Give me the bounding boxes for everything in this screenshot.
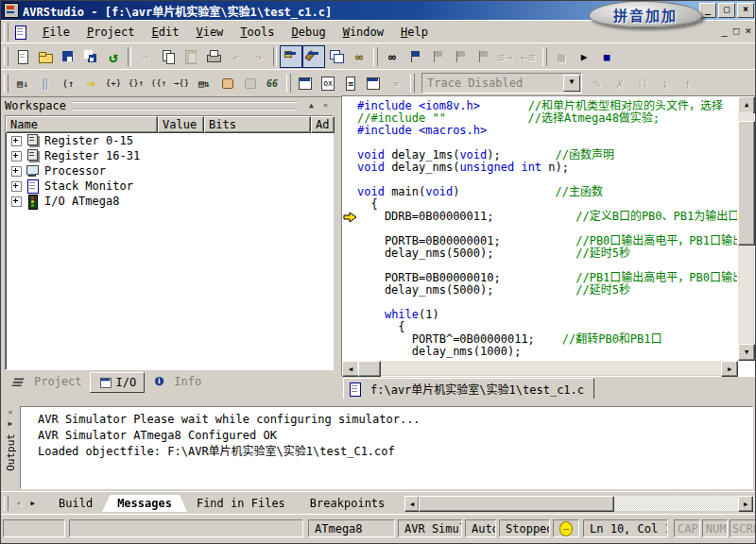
close-button[interactable]: × (737, 3, 754, 18)
trace-up-button[interactable]: ↑ (677, 72, 699, 94)
output-hscroll-thumb[interactable] (419, 496, 614, 512)
bottom-grip[interactable] (4, 496, 9, 511)
save-all-button[interactable] (79, 45, 102, 68)
set-trace-button[interactable]: ✎ (586, 72, 609, 94)
workspace-close-icon[interactable]: ✕ (319, 100, 332, 111)
vscroll-thumb[interactable] (738, 121, 755, 246)
menu-project[interactable]: Project (78, 24, 144, 41)
expand-plus-icon[interactable] (11, 151, 22, 162)
tree-row[interactable]: Processor (6, 163, 333, 178)
break-button[interactable]: ‖ (34, 72, 57, 94)
outdent-button[interactable]: ←≡ (517, 45, 540, 68)
toolbar-grip[interactable] (4, 74, 9, 93)
reset-button[interactable]: (↑ (57, 72, 79, 94)
toggle-workspace-button[interactable] (280, 45, 302, 68)
clear-bookmarks-button[interactable] (472, 45, 494, 68)
code-area[interactable]: #include <iom8v.h> //和单片机类型相对应的头文件，选择//#… (357, 100, 737, 360)
column-header-value[interactable]: Value (158, 116, 204, 133)
step-into-button[interactable]: ({↑ (147, 72, 170, 94)
hand-disabled-button[interactable] (238, 72, 261, 94)
hand-button[interactable] (215, 72, 238, 94)
step-over-button[interactable]: {+} (102, 72, 125, 94)
tree-row[interactable]: Stack Monitor (6, 178, 333, 194)
refresh-button[interactable]: ↺ (102, 45, 125, 68)
mdi-child-icon[interactable] (13, 26, 28, 39)
bottom-tab-build[interactable]: Build (49, 495, 108, 512)
paste-button[interactable] (180, 45, 202, 68)
tabs-scroll-left-icon[interactable]: ◀ (12, 497, 25, 510)
mdi-restore-button[interactable]: □ (733, 25, 740, 37)
find-in-files-button[interactable]: ∞ (348, 45, 370, 68)
save-button[interactable] (57, 45, 79, 68)
workspace-tab-info[interactable]: Info (145, 372, 209, 391)
tabs-scroll-right-icon[interactable]: ▶ (26, 497, 39, 510)
disassembler-window-button[interactable] (362, 72, 385, 94)
toggle-output-button[interactable] (302, 45, 325, 68)
bottom-tab-messages[interactable]: Messages (102, 495, 187, 512)
run-button[interactable]: ▶ (573, 45, 595, 68)
redo-button[interactable]: ↷ (248, 45, 270, 68)
watch-glasses-button[interactable]: 66 (261, 72, 284, 94)
run-out-button[interactable]: →{} (170, 72, 193, 94)
output-panel[interactable]: AVR Simulator Please wait while configur… (20, 406, 753, 489)
column-header-name[interactable]: Name (6, 116, 158, 133)
menu-window[interactable]: Window (335, 24, 392, 41)
menu-help[interactable]: Help (392, 24, 437, 41)
toolbar-grip[interactable] (542, 47, 547, 66)
editor-vscrollbar[interactable]: ▲ ▼ (738, 96, 754, 361)
toggle-trace-button[interactable]: ({ (631, 72, 654, 94)
toolbar-grip[interactable] (4, 47, 9, 66)
grid-button[interactable]: ▦ (550, 45, 573, 68)
prev-bookmark-button[interactable] (449, 45, 472, 68)
multi-step-button[interactable]: ▤⇅ (193, 72, 215, 94)
run-to-cursor-button[interactable]: ⇒ (79, 72, 102, 94)
next-bookmark-button[interactable] (426, 45, 449, 68)
code-line[interactable]: DDRB=0B00000011; //定义B口的PB0、PB1为输出口 (357, 211, 737, 223)
auto-step-button[interactable]: ▤↓ (11, 72, 34, 94)
menu-file[interactable]: File (34, 24, 78, 41)
cascade-windows-button[interactable] (325, 45, 348, 68)
output-hscrollbar[interactable]: ◀ ▶ (404, 496, 756, 511)
copy-button[interactable] (157, 45, 180, 68)
menu-grip[interactable] (4, 23, 9, 42)
undo-button[interactable]: ↶ (225, 45, 248, 68)
restore-button[interactable]: □ (718, 3, 735, 18)
editor-hscrollbar[interactable]: ◀ ▶ (342, 361, 738, 376)
mdi-minimize-button[interactable]: _ (721, 25, 728, 37)
find-button[interactable]: ∞ (381, 45, 404, 68)
toolbar-grip[interactable] (410, 74, 415, 93)
trace-combo[interactable]: Trace Disabled▼ (421, 73, 582, 94)
step-out-button[interactable]: {}↑ (125, 72, 147, 94)
code-line[interactable]: delay_nms(5000); //延时5秒 (357, 284, 737, 297)
code-line[interactable]: void main(void) //主函数 (357, 186, 737, 198)
bookmark-button[interactable] (404, 45, 426, 68)
expand-plus-icon[interactable] (11, 196, 22, 207)
watch-window-button[interactable] (294, 72, 317, 94)
code-line[interactable]: while(1) (357, 309, 737, 321)
menu-view[interactable]: View (187, 24, 232, 41)
bottom-tab-find-in-files[interactable]: Find in Files (181, 495, 301, 512)
menu-debug[interactable]: Debug (284, 24, 335, 41)
code-line[interactable]: delay_nms(1000); (357, 346, 737, 358)
tree-row[interactable]: Register 0-15 (6, 133, 333, 148)
workspace-collapse-icon[interactable]: ▲ (305, 100, 318, 111)
trace-down-button[interactable]: ↓ (654, 72, 677, 94)
output-pin-icon[interactable]: ▶ (5, 418, 16, 430)
workspace-drag-handle[interactable] (72, 101, 298, 110)
open-folder-button[interactable] (34, 45, 57, 68)
print-button[interactable] (202, 45, 225, 68)
code-line[interactable]: delay_nms(5000); //延时5秒 (357, 247, 737, 260)
output-scroll-right-icon[interactable]: ▶ (738, 496, 753, 512)
column-header-bits[interactable]: Bits (204, 116, 311, 133)
scroll-right-icon[interactable]: ▶ (721, 361, 738, 377)
scroll-down-icon[interactable]: ▼ (738, 344, 755, 361)
menu-tools[interactable]: Tools (232, 24, 283, 41)
new-document-button[interactable] (11, 45, 34, 68)
locate-button[interactable]: ≡ (385, 72, 407, 94)
tree-row[interactable]: Register 16-31 (6, 148, 333, 163)
workspace-tab-io[interactable]: I/O (90, 372, 146, 393)
mdi-close-button[interactable]: × (745, 25, 751, 37)
file-tab[interactable]: f:\avr单片机实验室\实验1\test_c1.c (343, 378, 594, 399)
expand-plus-icon[interactable] (11, 166, 22, 177)
tree-row[interactable]: I/O ATmega8 (6, 194, 333, 209)
